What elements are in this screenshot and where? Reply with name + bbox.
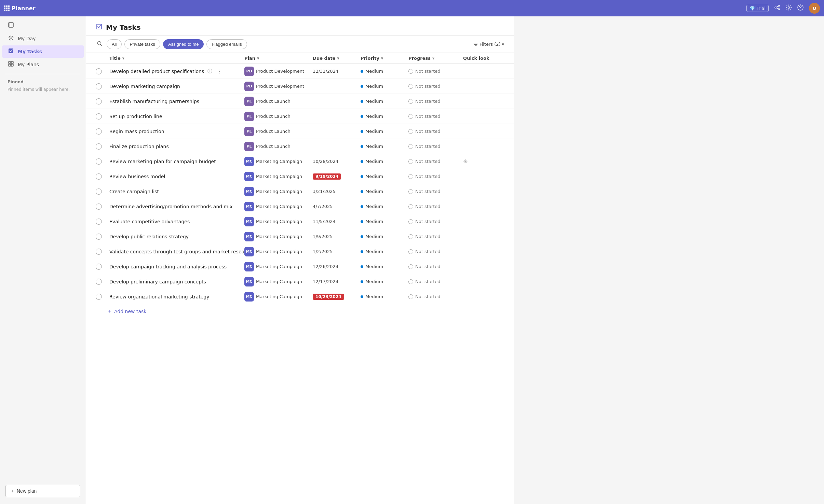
task-title-text[interactable]: Validate concepts through test groups an… — [109, 249, 244, 254]
plan-name: Product Launch — [256, 144, 291, 149]
sort-icon-priority: ∨ — [381, 56, 383, 60]
task-checkbox[interactable] — [96, 128, 102, 135]
quick-look-icon[interactable]: ✳ — [463, 158, 468, 165]
sidebar-bottom: ＋ New plan — [0, 481, 86, 501]
task-title-text[interactable]: Establish manufacturing partnerships — [109, 99, 199, 104]
filter-assigned[interactable]: Assigned to me — [163, 39, 204, 49]
filters-button[interactable]: Filters (2) ▾ — [473, 42, 504, 47]
task-due-date: 11/5/2024 — [313, 219, 361, 224]
task-checkbox[interactable] — [96, 264, 102, 270]
task-title-text[interactable]: Determine advertising/promotion methods … — [109, 204, 232, 209]
task-priority: Medium — [361, 174, 408, 179]
task-due-date: 12/17/2024 — [313, 279, 361, 284]
table-row: Create campaign listMCMarketing Campaign… — [86, 184, 514, 199]
task-checkbox[interactable] — [96, 68, 102, 74]
task-due-date: 4/7/2025 — [313, 204, 361, 209]
task-title-cell: Create campaign list — [109, 189, 244, 194]
svg-point-1 — [775, 7, 776, 8]
task-more-button[interactable]: ⋮ — [216, 68, 223, 75]
task-checkbox[interactable] — [96, 204, 102, 210]
trial-badge[interactable]: 💎 Trial — [746, 5, 769, 12]
task-title-text[interactable]: Develop campaign tracking and analysis p… — [109, 264, 227, 269]
task-plan-cell: PDProduct Development — [244, 82, 313, 91]
task-title-cell: Develop public relations strategy — [109, 234, 244, 239]
task-checkbox[interactable] — [96, 143, 102, 150]
task-title-text[interactable]: Develop public relations strategy — [109, 234, 189, 239]
task-checkbox[interactable] — [96, 98, 102, 104]
column-due-date[interactable]: Due date ∨ — [313, 56, 361, 61]
task-plan-cell: MCMarketing Campaign — [244, 172, 313, 181]
task-title-text[interactable]: Develop detailed product specifications — [109, 69, 204, 74]
plan-badge: PL — [244, 112, 254, 121]
task-title-text[interactable]: Review business model — [109, 174, 165, 179]
plan-name: Marketing Campaign — [256, 189, 302, 194]
priority-dot — [361, 100, 363, 103]
task-checkbox[interactable] — [96, 158, 102, 165]
task-title-text[interactable]: Evaluate competitive advantages — [109, 219, 190, 224]
sidebar-item-my-tasks[interactable]: My Tasks — [2, 45, 84, 58]
task-title-cell: Review business model — [109, 174, 244, 179]
task-title-text[interactable]: Finalize production plans — [109, 144, 169, 149]
task-progress: Not started — [408, 189, 463, 194]
task-checkbox[interactable] — [96, 83, 102, 89]
task-plan-cell: MCMarketing Campaign — [244, 217, 313, 226]
task-checkbox[interactable] — [96, 113, 102, 120]
task-priority: Medium — [361, 279, 408, 284]
add-task-row[interactable]: ＋ Add new task — [86, 304, 514, 318]
help-icon[interactable] — [797, 4, 803, 12]
table-row: Validate concepts through test groups an… — [86, 244, 514, 259]
sort-icon-plan: ∨ — [257, 56, 259, 60]
task-progress: Not started — [408, 69, 463, 74]
task-priority: Medium — [361, 114, 408, 119]
sidebar-item-collapse[interactable] — [2, 19, 84, 32]
column-priority[interactable]: Priority ∨ — [361, 56, 408, 61]
plan-badge: MC — [244, 277, 254, 286]
plan-badge: MC — [244, 172, 254, 181]
task-checkbox[interactable] — [96, 249, 102, 255]
svg-rect-23 — [11, 64, 13, 66]
task-info-button[interactable]: ⓘ — [206, 68, 214, 75]
task-title-text[interactable]: Review organizational marketing strategy — [109, 294, 210, 299]
priority-text: Medium — [365, 69, 383, 74]
task-priority: Medium — [361, 294, 408, 299]
task-checkbox[interactable] — [96, 219, 102, 225]
avatar[interactable]: U — [809, 3, 820, 14]
task-plan-cell: PDProduct Development — [244, 67, 313, 76]
plan-name: Product Development — [256, 84, 304, 89]
svg-line-3 — [776, 6, 778, 7]
plan-name: Marketing Campaign — [256, 249, 302, 254]
plan-name: Marketing Campaign — [256, 234, 302, 239]
task-title-text[interactable]: Review marketing plan for campaign budge… — [109, 159, 216, 164]
column-plan[interactable]: Plan ∨ — [244, 56, 313, 61]
share-icon[interactable] — [774, 4, 780, 12]
filter-flagged[interactable]: Flagged emails — [206, 39, 247, 49]
task-title-text[interactable]: Develop preliminary campaign concepts — [109, 279, 206, 284]
settings-icon[interactable] — [786, 4, 792, 12]
task-checkbox[interactable] — [96, 294, 102, 300]
task-checkbox[interactable] — [96, 173, 102, 180]
priority-dot — [361, 220, 363, 223]
task-title-text[interactable]: Set up production line — [109, 114, 162, 119]
task-title-cell: Develop preliminary campaign concepts — [109, 279, 244, 284]
progress-text: Not started — [415, 264, 440, 269]
task-title-text[interactable]: Develop marketing campaign — [109, 84, 180, 89]
progress-circle — [408, 294, 413, 299]
sidebar-item-my-plans[interactable]: My Plans — [2, 58, 84, 71]
task-checkbox[interactable] — [96, 188, 102, 195]
task-title-cell: Begin mass production — [109, 129, 244, 134]
task-plan-cell: PLProduct Launch — [244, 97, 313, 106]
progress-text: Not started — [415, 294, 440, 299]
task-title-text[interactable]: Create campaign list — [109, 189, 159, 194]
task-checkbox[interactable] — [96, 234, 102, 240]
sidebar-item-my-day[interactable]: My Day — [2, 32, 84, 45]
table-row: Review organizational marketing strategy… — [86, 289, 514, 304]
task-title-text[interactable]: Begin mass production — [109, 129, 164, 134]
filter-private[interactable]: Private tasks — [124, 39, 160, 49]
progress-circle — [408, 99, 413, 104]
task-checkbox[interactable] — [96, 279, 102, 285]
new-plan-button[interactable]: ＋ New plan — [5, 485, 80, 497]
filter-all[interactable]: All — [107, 39, 122, 49]
column-progress[interactable]: Progress ∨ — [408, 56, 463, 61]
column-title[interactable]: Title ∨ — [109, 56, 244, 61]
search-button[interactable] — [96, 40, 104, 49]
